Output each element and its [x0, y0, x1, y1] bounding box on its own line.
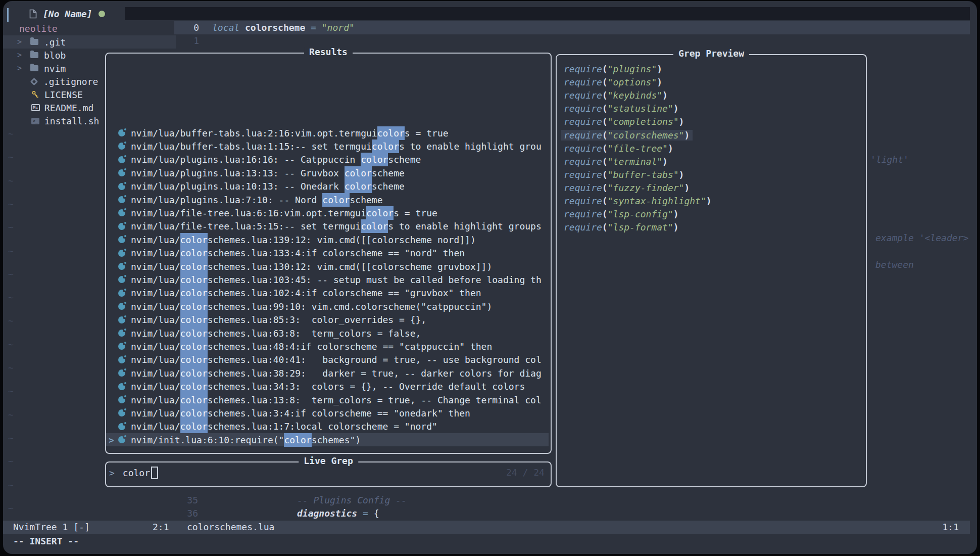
preview-line: require("statusline"): [557, 102, 863, 115]
match-highlight: color: [180, 366, 208, 380]
result-row[interactable]: nvim/lua/colorschemes.lua:130:12: vim.cm…: [106, 260, 549, 273]
buffer-line-36: diagnostics = {: [297, 507, 379, 520]
result-row[interactable]: nvim/lua/plugins.lua:13:13: -- Gruvbox c…: [106, 166, 549, 179]
tilde-empty-line: ~: [8, 174, 14, 188]
result-row[interactable]: nvim/lua/colorschemes.lua:103:45: -- set…: [106, 273, 549, 286]
result-text: nvim/lua/colorschemes.lua:103:45: -- set…: [131, 274, 542, 285]
result-text: nvim/lua/plugins.lua:7:10: -- Nord color…: [131, 195, 383, 205]
buffer-fragment: between: [875, 258, 914, 271]
preview-line: require("options"): [557, 76, 863, 89]
tab-label[interactable]: [No Name]: [43, 9, 92, 19]
buffer-fragment: 'light': [870, 153, 909, 166]
lua-file-icon: [118, 383, 125, 390]
search-query[interactable]: color: [123, 468, 150, 478]
result-row[interactable]: nvim/lua/colorschemes.lua:63:8: term_col…: [106, 327, 549, 340]
match-highlight: color: [180, 393, 208, 407]
result-text: nvim/lua/colorschemes.lua:13:8: term_col…: [131, 395, 542, 405]
result-text: nvim/lua/colorschemes.lua:34:3: colors =…: [131, 381, 525, 392]
tilde-empty-line: ~: [8, 479, 14, 492]
preview-line: require("buffer-tabs"): [557, 168, 863, 181]
preview-line: require("terminal"): [557, 155, 863, 168]
result-text: nvim/lua/colorschemes.lua:99:10: vim.cmd…: [131, 301, 492, 312]
result-row[interactable]: nvim/lua/colorschemes.lua:38:29: darker …: [106, 366, 549, 380]
chevron-right-icon: >: [17, 64, 30, 73]
tree-item-label: nvim: [44, 63, 66, 74]
grep-preview-title: Grep Preview: [673, 48, 749, 59]
chevron-right-icon: >: [17, 37, 30, 47]
markdown-icon: M↓: [31, 104, 40, 111]
match-highlight: color: [284, 433, 311, 447]
result-row[interactable]: nvim/lua/colorschemes.lua:34:3: colors =…: [106, 380, 549, 393]
result-row[interactable]: nvim/lua/colorschemes.lua:40:41: backgro…: [106, 353, 549, 366]
result-row[interactable]: nvim/lua/plugins.lua:7:10: -- Nord color…: [106, 193, 549, 206]
result-row[interactable]: nvim/lua/colorschemes.lua:133:4:if color…: [106, 247, 549, 260]
result-row[interactable]: >nvim/init.lua:6:10:require("colorscheme…: [106, 433, 549, 446]
result-row[interactable]: nvim/lua/colorschemes.lua:102:4:if color…: [106, 287, 549, 300]
folder-icon: [30, 65, 38, 71]
match-highlight: color: [361, 219, 388, 233]
result-row[interactable]: nvim/lua/colorschemes.lua:1:7:local colo…: [106, 420, 549, 433]
tilde-empty-line: ~: [8, 385, 14, 398]
result-row[interactable]: nvim/lua/buffer-tabs.lua:1:15:-- set ter…: [106, 140, 549, 153]
chevron-right-icon: >: [17, 51, 30, 60]
result-row[interactable]: nvim/lua/colorschemes.lua:13:8: term_col…: [106, 393, 549, 406]
preview-line: require("lsp-config"): [557, 208, 863, 221]
match-highlight: color: [180, 327, 208, 340]
preview-line: require("syntax-highlight"): [557, 195, 863, 208]
result-text: nvim/lua/plugins.lua:10:13: -- Onedark c…: [131, 181, 405, 192]
tilde-empty-line: ~: [8, 455, 14, 468]
result-text: nvim/lua/file-tree.lua:6:16:vim.opt.term…: [131, 208, 437, 218]
result-text: nvim/lua/colorschemes.lua:3:4:if colorsc…: [131, 408, 470, 419]
folder-icon: [30, 52, 38, 58]
result-text: nvim/lua/file-tree.lua:5:15:-- set termg…: [131, 221, 542, 231]
tree-item-git[interactable]: >.git: [3, 35, 176, 49]
result-row[interactable]: nvim/lua/plugins.lua:10:13: -- Onedark c…: [106, 180, 549, 193]
result-row[interactable]: nvim/lua/plugins.lua:16:16: -- Catppucci…: [106, 153, 549, 166]
lua-file-icon: [118, 156, 125, 163]
result-text: nvim/lua/colorschemes.lua:40:41: backgro…: [131, 354, 542, 365]
lua-file-icon: [118, 169, 125, 176]
lua-file-icon: [118, 330, 125, 337]
result-text: nvim/lua/colorschemes.lua:133:4:if color…: [131, 248, 465, 258]
tabline-fill: [125, 7, 970, 20]
tilde-empty-line: ~: [8, 291, 14, 304]
result-row[interactable]: nvim/lua/colorschemes.lua:85:3: color_ov…: [106, 313, 549, 327]
lua-file-icon: [118, 223, 125, 230]
result-row[interactable]: nvim/lua/file-tree.lua:5:15:-- set termg…: [106, 220, 549, 233]
lua-file-icon: [118, 356, 125, 363]
buffer-tab[interactable]: [No Name]: [29, 7, 105, 20]
lua-file-icon: [118, 343, 125, 350]
match-highlight: color: [322, 193, 350, 207]
result-text: nvim/lua/buffer-tabs.lua:1:15:-- set ter…: [131, 141, 542, 152]
live-grep-panel: Live Grep: [105, 461, 552, 487]
result-row[interactable]: nvim/lua/colorschemes.lua:48:4:if colors…: [106, 340, 549, 353]
live-grep-input[interactable]: > color: [109, 466, 158, 480]
tilde-empty-line: ~: [8, 314, 14, 328]
result-text: nvim/lua/colorschemes.lua:48:4:if colors…: [131, 341, 492, 352]
match-highlight: color: [180, 313, 208, 327]
result-counter: 24 / 24: [506, 466, 545, 480]
result-text: nvim/lua/plugins.lua:13:13: -- Gruvbox c…: [131, 168, 405, 178]
result-text: nvim/lua/colorschemes.lua:139:12: vim.cm…: [131, 235, 476, 245]
key-icon: [31, 90, 39, 99]
result-text: nvim/lua/buffer-tabs.lua:2:16:vim.opt.te…: [131, 128, 449, 138]
result-row[interactable]: nvim/lua/buffer-tabs.lua:2:16:vim.opt.te…: [106, 126, 549, 140]
results-list: nvim/lua/buffer-tabs.lua:2:16:vim.opt.te…: [106, 126, 549, 451]
tilde-empty-line: ~: [8, 245, 14, 258]
match-highlight: color: [180, 340, 208, 353]
buffer-line-35: -- Plugins Config --: [297, 494, 407, 507]
result-row[interactable]: nvim/lua/colorschemes.lua:99:10: vim.cmd…: [106, 300, 549, 313]
match-highlight: color: [180, 300, 208, 313]
mode-indicator: -- INSERT --: [13, 535, 79, 548]
match-highlight: color: [345, 179, 372, 193]
preview-line: require("colorschemes"): [557, 129, 863, 142]
result-row[interactable]: nvim/lua/file-tree.lua:6:16:vim.opt.term…: [106, 206, 549, 219]
lua-file-icon: [118, 209, 125, 216]
lua-file-icon: [118, 396, 125, 403]
tree-item-label: .git: [44, 37, 66, 48]
tilde-empty-line: ~: [8, 361, 14, 375]
result-row[interactable]: nvim/lua/colorschemes.lua:139:12: vim.cm…: [106, 233, 549, 246]
result-row[interactable]: nvim/lua/colorschemes.lua:3:4:if colorsc…: [106, 406, 549, 420]
result-text: nvim/lua/colorschemes.lua:102:4:if color…: [131, 288, 481, 298]
preview-line: require("keybinds"): [557, 89, 863, 102]
